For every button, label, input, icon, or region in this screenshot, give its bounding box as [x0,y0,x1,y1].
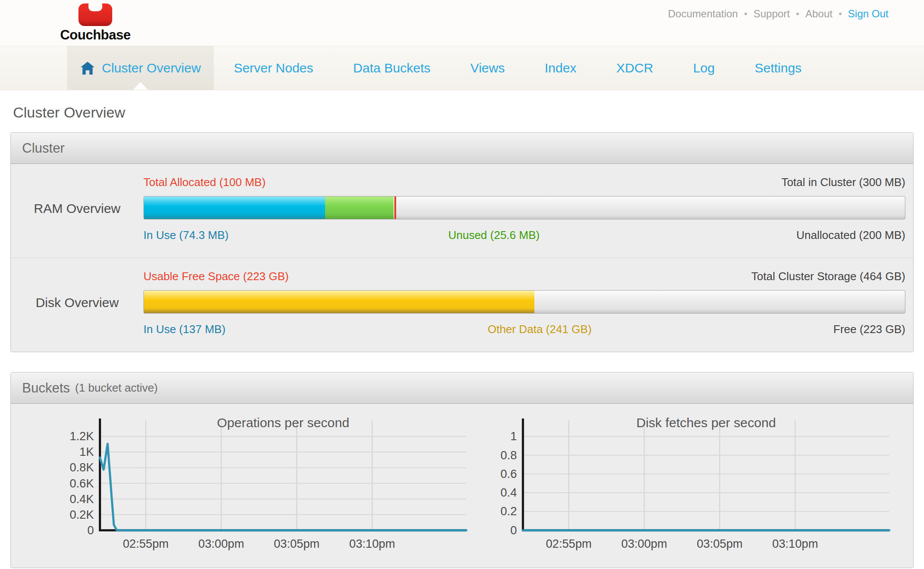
svg-text:03:10pm: 03:10pm [349,537,395,550]
home-icon [80,61,95,75]
nav-item-xdcr[interactable]: XDCR [596,46,673,90]
svg-text:1: 1 [510,429,517,443]
about-link[interactable]: About [805,8,833,20]
documentation-link[interactable]: Documentation [668,8,738,20]
disk-other-data-label: Other Data (241 GB) [488,321,592,337]
ram-overview-main: Total Allocated (100 MB) Total in Cluste… [143,174,905,243]
couchbase-logo-icon [78,3,113,28]
svg-text:0.8: 0.8 [501,448,517,462]
svg-text:0.6K: 0.6K [70,477,94,490]
disk-in-use-label: In Use (137 MB) [143,321,225,337]
svg-text:02:55pm: 02:55pm [546,537,592,550]
brand-wordmark: Couchbase [52,28,139,43]
operations-chart-svg: 00.2K0.4K0.6K0.8K1K1.2K02:55pm03:00pm03:… [59,416,469,560]
nav-item-data-buckets[interactable]: Data Buckets [333,46,450,90]
svg-text:1.2K: 1.2K [70,429,94,443]
ram-total-in-cluster-label: Total in Cluster (300 MB) [781,174,905,190]
nav-list: Cluster Overview Server Nodes Data Bucke… [67,46,924,90]
svg-text:0.2K: 0.2K [70,508,94,521]
dot-separator: • [839,8,842,20]
ram-in-use-label: In Use (74.3 MB) [143,227,229,243]
couchbase-logo: Couchbase [52,2,139,43]
nav-item-index[interactable]: Index [525,46,596,90]
svg-text:0: 0 [87,523,94,537]
cluster-panel-header: Cluster [11,133,913,164]
ram-usage-bar [143,196,905,219]
disk-top-labels: Usable Free Space (223 GB) Total Cluster… [143,268,905,284]
svg-text:0.4K: 0.4K [70,492,94,506]
disk-usable-free-label: Usable Free Space (223 GB) [143,268,289,284]
top-header: Couchbase Documentation • Support • Abou… [0,0,924,46]
svg-text:03:05pm: 03:05pm [274,537,320,550]
nav-item-label: Server Nodes [234,61,313,75]
header-links: Documentation • Support • About • Sign O… [668,8,888,20]
disk-bottom-labels: In Use (137 MB) Other Data (241 GB) Free… [143,321,905,337]
disk-overview-label: Disk Overview [11,268,143,337]
svg-text:03:00pm: 03:00pm [621,537,667,550]
nav-item-settings[interactable]: Settings [735,46,821,90]
active-tab-pointer [133,82,148,90]
disk-total-storage-label: Total Cluster Storage (464 GB) [752,268,906,284]
nav-item-label: Cluster Overview [102,61,201,75]
ram-unallocated-label: Unallocated (200 MB) [797,227,905,243]
buckets-panel-header: Buckets (1 bucket active) [11,373,913,404]
svg-text:Operations per second: Operations per second [217,416,349,430]
ram-overview-label: RAM Overview [11,174,143,243]
nav-item-label: Index [545,61,576,75]
disk-overview-main: Usable Free Space (223 GB) Total Cluster… [143,268,905,337]
nav-item-label: XDCR [616,61,653,75]
nav-item-views[interactable]: Views [450,46,524,90]
svg-text:03:05pm: 03:05pm [697,537,743,550]
svg-text:02:55pm: 02:55pm [123,537,169,550]
svg-text:1K: 1K [79,445,94,458]
dot-separator: • [744,8,748,20]
svg-text:0: 0 [510,523,517,537]
svg-text:Disk fetches per second: Disk fetches per second [636,416,776,430]
bar-segment-in-use-plus-other [144,291,534,313]
nav-item-cluster-overview[interactable]: Cluster Overview [67,46,214,90]
buckets-panel-subtitle: (1 bucket active) [75,381,158,395]
ram-bottom-labels: In Use (74.3 MB) Unused (25.6 MB) Unallo… [143,227,905,243]
cluster-panel: Cluster RAM Overview Total Allocated (10… [10,132,914,352]
nav-item-label: Log [693,61,715,75]
disk-free-label: Free (223 GB) [833,321,905,337]
nav-item-label: Data Buckets [353,61,430,75]
ram-top-labels: Total Allocated (100 MB) Total in Cluste… [143,174,905,190]
bar-quota-marker [394,196,396,219]
ram-unused-label: Unused (25.6 MB) [448,227,540,243]
main-nav: Cluster Overview Server Nodes Data Bucke… [0,46,924,90]
svg-text:0.6: 0.6 [501,467,517,481]
ram-total-allocated-label: Total Allocated (100 MB) [143,174,266,190]
nav-item-log[interactable]: Log [673,46,735,90]
operations-chart: 00.2K0.4K0.6K0.8K1K1.2K02:55pm03:00pm03:… [59,416,469,560]
svg-text:0.2: 0.2 [501,504,517,518]
sign-out-link[interactable]: Sign Out [848,8,888,20]
bar-segment-in-use [144,196,325,219]
svg-text:0.4: 0.4 [501,486,517,499]
disk-overview-row: Disk Overview Usable Free Space (223 GB)… [11,258,913,352]
bar-segment-unused [325,196,394,219]
nav-item-label: Settings [755,61,801,75]
buckets-panel-title: Buckets [22,380,70,396]
buckets-body: 00.2K0.4K0.6K0.8K1K1.2K02:55pm03:00pm03:… [11,404,913,568]
svg-text:0.8K: 0.8K [70,461,94,474]
cluster-panel-title: Cluster [22,141,65,156]
disk-fetches-chart: 00.20.40.60.8102:55pm03:00pm03:05pm03:10… [482,416,891,560]
dot-separator: • [796,8,799,20]
nav-item-server-nodes[interactable]: Server Nodes [214,46,333,90]
disk-usage-bar [143,290,905,314]
buckets-panel: Buckets (1 bucket active) 00.2K0.4K0.6K0… [10,372,914,568]
page-content: Cluster Overview Cluster RAM Overview To… [0,90,924,568]
page-title: Cluster Overview [10,90,914,132]
disk-fetches-chart-svg: 00.20.40.60.8102:55pm03:00pm03:05pm03:10… [482,416,891,560]
support-link[interactable]: Support [753,8,790,20]
svg-text:03:00pm: 03:00pm [198,537,244,550]
svg-text:03:10pm: 03:10pm [772,537,818,550]
ram-overview-row: RAM Overview Total Allocated (100 MB) To… [11,164,913,258]
nav-item-label: Views [470,61,504,75]
